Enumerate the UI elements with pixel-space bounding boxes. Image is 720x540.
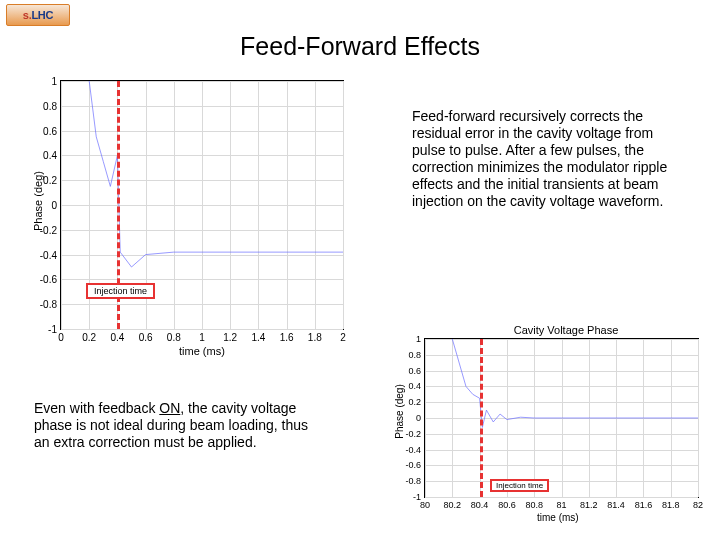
chart2-xtick: 82 — [693, 497, 703, 510]
chart1-xtick: 0.2 — [82, 329, 96, 343]
chart2-ytick: -0.2 — [405, 429, 425, 439]
chart2-injection-line — [480, 339, 483, 497]
description-paragraph-2: Even with feedback ON, the cavity voltag… — [34, 400, 310, 451]
chart2-xtick: 80.6 — [498, 497, 516, 510]
para2-part-a: Even with feedback — [34, 400, 159, 416]
chart1-ylabel: Phase (deg) — [32, 171, 44, 231]
chart1-ytick: -0.4 — [40, 249, 61, 260]
chart1-ytick: 0.4 — [43, 150, 61, 161]
chart-cavity-voltage-phase-full: Cavity Voltage Phase 1 0.8 0.6 0.4 0.2 0… — [24, 80, 354, 358]
chart1-ytick: -0.8 — [40, 299, 61, 310]
chart1-ytick: 0.2 — [43, 175, 61, 186]
chart2-ytick: 0.2 — [408, 397, 425, 407]
chart2-xtick: 81 — [556, 497, 566, 510]
chart1-xlabel: time (ms) — [179, 345, 225, 357]
chart1-ytick: -0.6 — [40, 274, 61, 285]
chart2-title: Cavity Voltage Phase — [424, 324, 708, 336]
chart1-ytick: 0 — [51, 200, 61, 211]
slide-title: Feed-Forward Effects — [0, 32, 720, 61]
chart1-xtick: 1.2 — [223, 329, 237, 343]
chart1-xtick: 0.4 — [110, 329, 124, 343]
chart1-injection-label: Injection time — [86, 283, 155, 299]
chart1-xtick: 1.4 — [251, 329, 265, 343]
chart1-ytick: 0.8 — [43, 100, 61, 111]
chart2-ytick: -0.4 — [405, 445, 425, 455]
chart1-xtick: 2 — [340, 329, 346, 343]
chart1-xtick: 0 — [58, 329, 64, 343]
chart2-xtick: 80.4 — [471, 497, 489, 510]
chart2-ylabel: Phase (deg) — [394, 384, 405, 438]
chart1-ytick: 1 — [51, 76, 61, 87]
chart2-xtick: 81.4 — [607, 497, 625, 510]
chart1-xtick: 0.6 — [139, 329, 153, 343]
chart1-plot-area: 1 0.8 0.6 0.4 0.2 0 -0.2 -0.4 -0.6 -0.8 … — [60, 80, 344, 330]
chart1-xtick: 0.8 — [167, 329, 181, 343]
chart2-xtick: 81.8 — [662, 497, 680, 510]
chart2-xtick: 81.2 — [580, 497, 598, 510]
chart2-ytick: 0.6 — [408, 366, 425, 376]
chart-cavity-voltage-phase-zoom: Cavity Voltage Phase 1 0.8 0.6 0.4 0.2 0… — [392, 326, 708, 526]
chart1-xtick: 1.6 — [280, 329, 294, 343]
chart2-ytick: -0.8 — [405, 476, 425, 486]
slhc-logo: s.LHC — [6, 4, 70, 26]
chart2-ytick: -0.6 — [405, 460, 425, 470]
chart2-xtick: 81.6 — [635, 497, 653, 510]
chart2-xlabel: time (ms) — [537, 512, 579, 523]
chart1-ytick: 0.6 — [43, 125, 61, 136]
chart2-xtick: 80.8 — [525, 497, 543, 510]
chart2-ytick: 1 — [416, 334, 425, 344]
chart2-ytick: 0.4 — [408, 381, 425, 391]
chart2-ytick: 0 — [416, 413, 425, 423]
chart1-xtick: 1 — [199, 329, 205, 343]
chart2-trace — [425, 339, 698, 497]
chart2-injection-label: Injection time — [490, 479, 549, 492]
para2-on: ON — [159, 400, 180, 416]
description-paragraph-1: Feed-forward recursively corrects the re… — [412, 108, 688, 210]
chart1-xtick: 1.8 — [308, 329, 322, 343]
chart2-xtick: 80.2 — [444, 497, 462, 510]
chart2-plot-area: 1 0.8 0.6 0.4 0.2 0 -0.2 -0.4 -0.6 -0.8 … — [424, 338, 699, 498]
chart2-xtick: 80 — [420, 497, 430, 510]
chart2-ytick: 0.8 — [408, 350, 425, 360]
